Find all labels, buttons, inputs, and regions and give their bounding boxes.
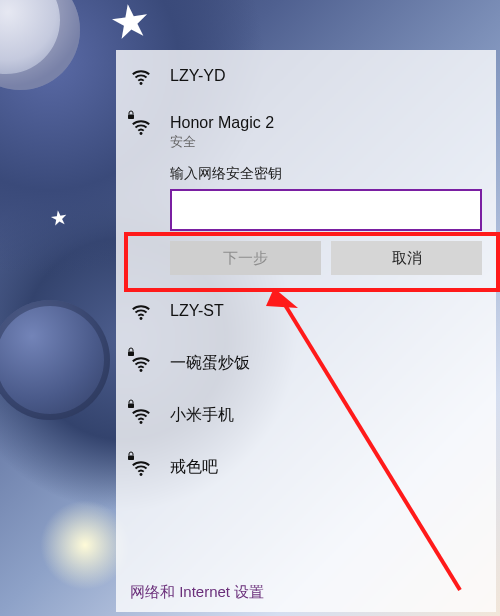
lock-icon — [125, 346, 137, 358]
wifi-security-label: 安全 — [170, 133, 274, 151]
password-prompt-label: 输入网络安全密钥 — [170, 165, 482, 183]
svg-rect-9 — [128, 456, 134, 461]
wallpaper-star: ★ — [48, 205, 69, 231]
wallpaper-moon — [0, 0, 80, 90]
svg-point-3 — [140, 317, 143, 320]
svg-point-0 — [140, 82, 143, 85]
wifi-network-item-selected[interactable]: Honor Magic 2 安全 — [116, 102, 496, 163]
wifi-network-item[interactable]: LZY-YD — [116, 50, 496, 102]
wifi-network-item[interactable]: 小米手机 — [116, 389, 496, 441]
wifi-ssid: LZY-ST — [170, 302, 224, 320]
wifi-secured-icon — [130, 116, 156, 138]
lock-icon — [125, 450, 137, 462]
wifi-secured-icon — [130, 457, 156, 479]
wallpaper-orb — [0, 300, 110, 420]
next-button[interactable]: 下一步 — [170, 241, 321, 275]
svg-rect-2 — [128, 115, 134, 120]
wifi-secured-icon — [130, 353, 156, 375]
wifi-ssid: 戒色吧 — [170, 457, 218, 478]
wifi-secured-icon — [130, 405, 156, 427]
lock-icon — [125, 398, 137, 410]
wifi-ssid: 小米手机 — [170, 405, 234, 426]
wifi-flyout-panel: LZY-YD Honor Magic 2 安全 输入网络安全密钥 下一步 取消 — [116, 50, 496, 612]
wifi-network-item[interactable]: 一碗蛋炒饭 — [116, 337, 496, 389]
wifi-icon — [130, 66, 156, 88]
wifi-network-list: LZY-YD Honor Magic 2 安全 输入网络安全密钥 下一步 取消 — [116, 50, 496, 493]
wifi-ssid: 一碗蛋炒饭 — [170, 353, 250, 374]
cancel-button[interactable]: 取消 — [331, 241, 482, 275]
svg-point-1 — [140, 132, 143, 135]
wifi-network-item[interactable]: 戒色吧 — [116, 441, 496, 493]
wifi-connect-form: 输入网络安全密钥 下一步 取消 — [116, 159, 496, 275]
wifi-ssid: LZY-YD — [170, 67, 225, 85]
lock-icon — [125, 109, 137, 121]
wifi-icon — [130, 301, 156, 323]
connect-button-row: 下一步 取消 — [170, 241, 482, 275]
svg-point-6 — [140, 421, 143, 424]
wallpaper-star: ★ — [106, 0, 154, 51]
svg-rect-7 — [128, 404, 134, 409]
svg-rect-5 — [128, 352, 134, 357]
network-settings-link[interactable]: 网络和 Internet 设置 — [130, 583, 264, 602]
svg-point-8 — [140, 473, 143, 476]
svg-point-4 — [140, 369, 143, 372]
wifi-network-item[interactable]: LZY-ST — [116, 285, 496, 337]
wifi-network-text: Honor Magic 2 安全 — [170, 114, 274, 151]
password-input[interactable] — [170, 189, 482, 231]
wifi-ssid: Honor Magic 2 — [170, 114, 274, 132]
